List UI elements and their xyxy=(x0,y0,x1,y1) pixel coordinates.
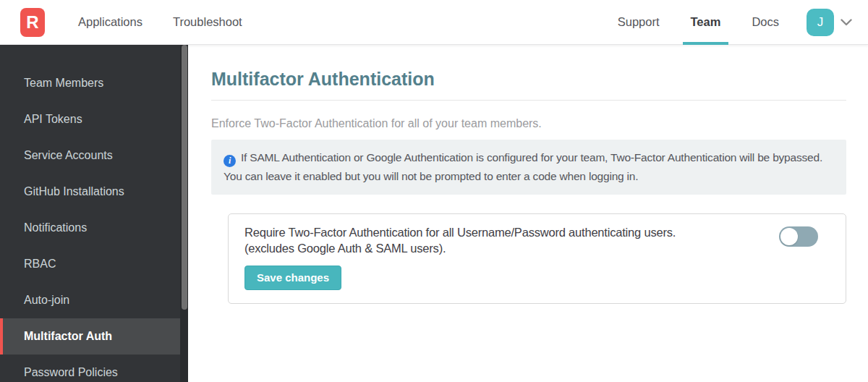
save-changes-button[interactable]: Save changes xyxy=(244,266,341,290)
sidebar-item-api-tokens[interactable]: API Tokens xyxy=(0,101,180,137)
sidebar-scrollbar-thumb[interactable] xyxy=(182,45,187,310)
chevron-down-icon[interactable] xyxy=(841,19,852,26)
primary-nav: Applications Troubleshoot xyxy=(78,0,242,45)
sidebar-item-notifications[interactable]: Notifications xyxy=(0,210,180,246)
user-avatar[interactable]: J xyxy=(807,9,834,36)
main-content: Multifactor Authentication Enforce Two-F… xyxy=(188,45,868,382)
info-callout: iIf SAML Authentication or Google Authen… xyxy=(211,140,846,195)
top-navbar: R Applications Troubleshoot Support Team… xyxy=(0,0,868,45)
mfa-toggle-knob xyxy=(780,228,798,245)
nav-item-team[interactable]: Team xyxy=(691,0,721,45)
nav-item-support[interactable]: Support xyxy=(618,0,660,45)
sidebar-item-github-installations[interactable]: GitHub Installations xyxy=(0,174,180,210)
mfa-setting-label-line2: (excludes Google Auth & SAML users). xyxy=(244,240,765,256)
avatar-initial: J xyxy=(817,15,824,30)
mfa-setting-label: Require Two-Factor Authentication for al… xyxy=(244,224,765,256)
nav-item-applications[interactable]: Applications xyxy=(78,0,142,45)
info-callout-text: If SAML Authentication or Google Authent… xyxy=(224,151,822,182)
page-subtitle: Enforce Two-Factor Authentication for al… xyxy=(211,117,846,130)
sidebar-item-service-accounts[interactable]: Service Accounts xyxy=(0,137,180,174)
title-divider xyxy=(211,100,846,101)
page-title: Multifactor Authentication xyxy=(211,69,846,89)
sidebar-item-team-members[interactable]: Team Members xyxy=(0,65,180,101)
nav-item-docs[interactable]: Docs xyxy=(752,0,779,45)
sidebar-item-rbac[interactable]: RBAC xyxy=(0,246,180,282)
secondary-nav: Support Team Docs xyxy=(618,0,779,45)
logo-letter: R xyxy=(26,12,38,33)
mfa-toggle-switch[interactable] xyxy=(779,226,818,247)
sidebar-item-auto-join[interactable]: Auto-join xyxy=(0,282,180,318)
nav-item-troubleshoot[interactable]: Troubleshoot xyxy=(173,0,242,45)
rollbar-logo[interactable]: R xyxy=(20,8,45,37)
sidebar-item-password-policies[interactable]: Password Policies xyxy=(0,355,180,382)
sidebar-scrollbar-track[interactable] xyxy=(180,45,188,382)
sidebar-item-multifactor-auth[interactable]: Multifactor Auth xyxy=(0,318,180,355)
mfa-setting-label-line1: Require Two-Factor Authentication for al… xyxy=(244,224,765,240)
mfa-setting-card: Require Two-Factor Authentication for al… xyxy=(228,213,846,304)
info-icon: i xyxy=(224,155,236,167)
settings-sidebar: Team Members API Tokens Service Accounts… xyxy=(0,45,188,382)
